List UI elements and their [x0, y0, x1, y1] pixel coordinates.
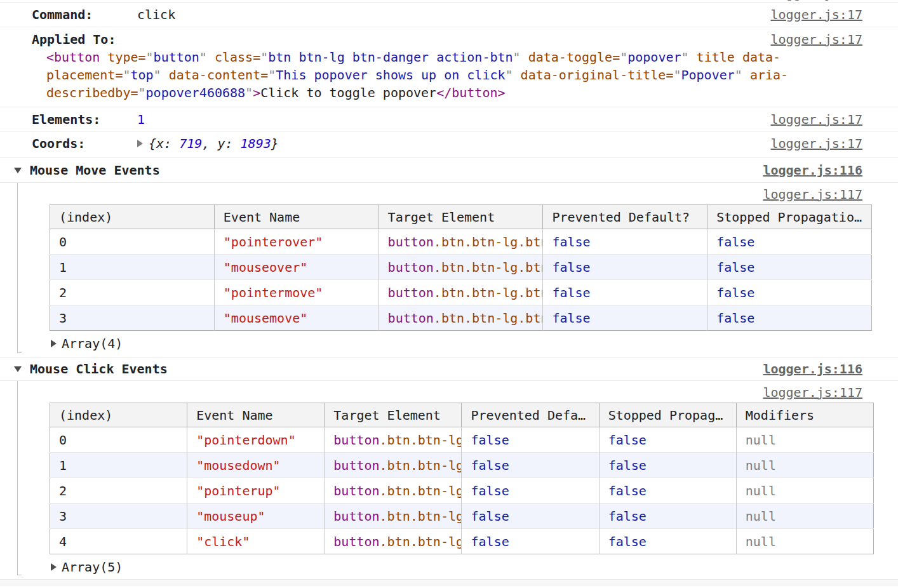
console-row-applied-to: Applied To: <button type="button" class=… — [0, 27, 898, 107]
code-token: 1893 — [241, 136, 271, 151]
code-token: class — [215, 50, 253, 65]
code-token: : — [225, 136, 240, 151]
code-token — [207, 50, 215, 65]
column-header[interactable]: Stopped Propagation? — [599, 403, 736, 427]
expand-arrow-icon — [51, 563, 57, 571]
console-table-mouse-click: (index)Event NameTarget ElementPrevented… — [50, 403, 874, 554]
element-tag: button — [333, 509, 379, 524]
column-header[interactable]: (index) — [50, 403, 187, 427]
table-cell-string: "pointermove" — [214, 280, 379, 305]
code-token: data-original-title — [521, 67, 666, 83]
entry-source-row: logger.js:117 — [32, 384, 862, 401]
code-token: aria- — [750, 67, 788, 83]
table-cell-bool: false — [707, 255, 872, 280]
element-classes: .btn.btn-lg.btn-danger.action-btn — [380, 432, 462, 448]
collapse-arrow-icon — [14, 168, 22, 173]
group-header-mouse-move-events[interactable]: Mouse Move Events logger.js:116 — [0, 158, 898, 183]
table-cell-null: null — [736, 529, 873, 554]
entry-source-row: logger.js:117 — [32, 185, 862, 203]
source-link[interactable]: logger.js:116 — [763, 161, 862, 179]
array-label: Array(4) — [62, 335, 123, 352]
code-token: This popover shows up on click — [276, 67, 505, 83]
source-link[interactable]: logger.js:17 — [771, 135, 863, 152]
source-link[interactable]: logger.js:17 — [771, 110, 863, 128]
code-token — [735, 50, 742, 65]
elements-label: Elements: — [32, 110, 137, 128]
table-cell-bool: false — [462, 529, 599, 554]
table-row: 4"click"button.btn.btn-lg.btn-danger.act… — [50, 529, 874, 554]
console-table-entry: logger.js:117 (index)Event NameTarget El… — [0, 381, 898, 579]
elements-value: 1 — [137, 110, 145, 128]
column-header[interactable]: Target Element — [379, 205, 543, 229]
array-toggle[interactable]: Array(4) — [51, 335, 862, 352]
element-classes: .btn.btn-lg.btn-danger.action-btn — [380, 458, 462, 473]
expand-arrow-icon — [137, 140, 143, 147]
devtools-console: logger.js:17 Command: click logger.js:17… — [0, 0, 898, 588]
console-row-coords: Coords: {x: 719, y: 1893} logger.js:17 — [0, 131, 898, 158]
table-cell-element: button.btn.btn-lg.btn-danger.action-btn — [325, 529, 462, 554]
applied-to-label: Applied To: — [32, 30, 137, 48]
coords-object-preview[interactable]: {x: 719, y: 1893} — [137, 135, 279, 152]
group-header-mouse-click-events[interactable]: Mouse Click Events logger.js:116 — [0, 357, 898, 381]
table-cell-index: 2 — [50, 280, 215, 305]
code-token: 719 — [179, 136, 202, 151]
element-tag: button — [333, 483, 379, 498]
source-link[interactable]: logger.js:117 — [763, 385, 862, 400]
code-token: " — [513, 50, 521, 65]
column-header[interactable]: Stopped Propagation? — [707, 205, 872, 229]
column-header[interactable]: Prevented Default? — [543, 205, 707, 229]
code-token: } — [271, 136, 279, 151]
array-toggle[interactable]: Array(5) — [51, 558, 862, 576]
code-token: x — [156, 136, 164, 151]
table-cell-element: button.btn.btn-lg.btn-danger.action-btn — [325, 478, 462, 504]
column-header[interactable]: Event Name — [214, 205, 379, 229]
group-indent-line — [17, 183, 18, 353]
code-token: popover — [627, 50, 681, 65]
table-cell-bool: false — [462, 478, 599, 504]
command-value: click — [137, 6, 175, 23]
table-cell-bool: false — [599, 529, 736, 554]
source-link[interactable]: logger.js:17 — [771, 0, 863, 3]
code-token: placement — [46, 67, 115, 83]
column-header[interactable]: Target Element — [325, 403, 462, 427]
table-cell-null: null — [736, 427, 873, 453]
element-classes: .btn.btn-lg.btn-danger.action-btn — [380, 483, 462, 498]
table-cell-null: null — [736, 504, 873, 529]
code-token: data- — [742, 50, 781, 65]
table-row: 3"mousemove"button.btn.btn-lg.btn-danger… — [50, 305, 872, 331]
source-link[interactable]: logger.js:116 — [763, 360, 862, 378]
code-line: placement="top" data-content="This popov… — [46, 66, 771, 84]
table-cell-element: button.btn.btn-lg.btn-danger.action-btn — [379, 229, 543, 255]
console-table-entry: logger.js:117 (index)Event NameTarget El… — [0, 183, 898, 357]
code-token: = — [253, 50, 260, 65]
table-cell-element: button.btn.btn-lg.btn-danger.action-btn — [379, 255, 543, 280]
code-token — [521, 50, 528, 65]
table-cell-string: "pointerup" — [187, 478, 325, 504]
column-header[interactable]: (index) — [50, 205, 215, 229]
code-token: " — [138, 85, 146, 100]
table-cell-bool: false — [543, 305, 707, 331]
table-row: 3"mouseup"button.btn.btn-lg.btn-danger.a… — [50, 504, 874, 529]
code-token: " — [620, 50, 627, 65]
element-classes: .btn.btn-lg.btn-danger.action-btn — [434, 285, 543, 300]
element-html-preview[interactable]: <button type="button" class="btn btn-lg … — [32, 48, 771, 102]
source-link[interactable]: logger.js:17 — [771, 6, 863, 23]
table-cell-string: "mouseover" — [214, 255, 379, 280]
table-row: 0"pointerover"button.btn.btn-lg.btn-dang… — [50, 229, 872, 255]
table-cell-null: null — [736, 453, 873, 478]
source-link[interactable]: logger.js:17 — [771, 30, 863, 48]
group-body-mouse-move-events: logger.js:117 (index)Event NameTarget El… — [0, 183, 898, 357]
table-cell-index: 2 — [50, 478, 187, 504]
collapse-arrow-icon — [14, 366, 22, 372]
column-header[interactable]: Prevented Default? — [462, 403, 599, 427]
element-tag: button — [388, 285, 434, 300]
code-token: " — [268, 67, 276, 83]
column-header[interactable]: Modifiers — [736, 403, 873, 427]
table-cell-bool: false — [707, 305, 872, 331]
source-link[interactable]: logger.js:117 — [763, 187, 862, 202]
table-cell-index: 0 — [50, 229, 215, 255]
column-header[interactable]: Event Name — [187, 403, 325, 427]
code-token: type — [107, 50, 138, 65]
code-token: btn btn-lg btn-danger action-btn — [268, 50, 513, 65]
element-tag: button — [333, 432, 379, 448]
